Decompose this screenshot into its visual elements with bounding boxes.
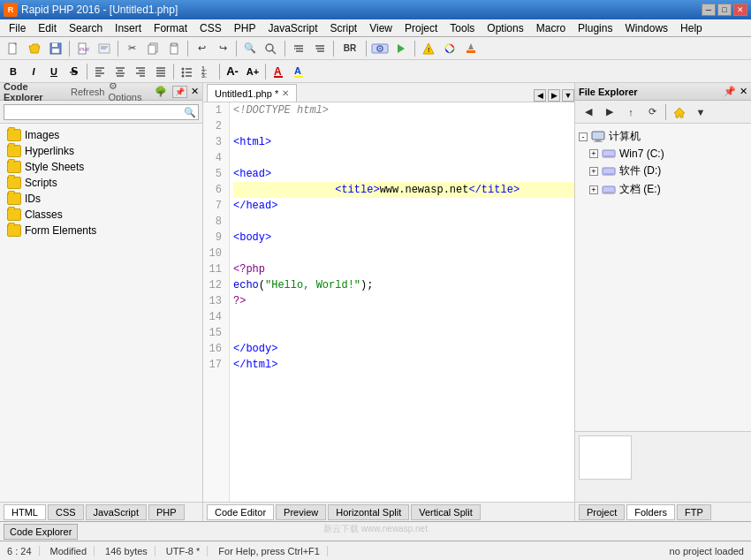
- strikethrough-button[interactable]: S̶: [64, 63, 84, 80]
- validate-button[interactable]: !: [419, 40, 438, 57]
- indent-button[interactable]: [289, 40, 308, 57]
- bold-button[interactable]: B: [4, 63, 23, 80]
- undo-button[interactable]: ↩: [192, 40, 211, 57]
- fe-item-computer[interactable]: - 计算机: [575, 127, 751, 146]
- tab-next-button[interactable]: ▶: [548, 89, 560, 102]
- tree-item-ids[interactable]: IDs: [0, 191, 202, 207]
- editor-tab-preview[interactable]: Preview: [276, 504, 326, 520]
- menu-format[interactable]: Format: [148, 20, 193, 36]
- menu-windows[interactable]: Windows: [619, 20, 673, 36]
- menu-script[interactable]: Script: [325, 20, 363, 36]
- tree-item-style-sheets[interactable]: Style Sheets: [0, 159, 202, 175]
- br-button[interactable]: BR: [338, 40, 362, 57]
- restore-button[interactable]: □: [717, 4, 732, 16]
- fe-tab-folders[interactable]: Folders: [626, 504, 675, 520]
- fe-item-c[interactable]: + Win7 (C:): [575, 146, 751, 162]
- menu-javascript[interactable]: JavaScript: [262, 20, 322, 36]
- redo-button[interactable]: ↪: [213, 40, 232, 57]
- ce-tab-css[interactable]: CSS: [48, 504, 84, 520]
- ul-button[interactable]: [177, 63, 196, 80]
- expand-e[interactable]: +: [589, 185, 598, 194]
- new-button[interactable]: [4, 40, 23, 57]
- fe-pin-button[interactable]: 📌: [724, 86, 736, 97]
- outdent-button[interactable]: [310, 40, 330, 57]
- paste-button[interactable]: [164, 40, 184, 57]
- tree-icon[interactable]: 🌳: [155, 86, 167, 97]
- tree-item-form-elements[interactable]: Form Elements: [0, 223, 202, 238]
- refresh-button[interactable]: Refresh: [71, 87, 105, 97]
- ol-button[interactable]: 1.2.3.: [197, 63, 216, 80]
- expand-computer[interactable]: -: [579, 132, 588, 141]
- ce-tab-javascript[interactable]: JavaScript: [86, 504, 147, 520]
- editor-tab-untitled1[interactable]: Untitled1.php * ✕: [207, 84, 297, 102]
- editor-tab-horizontal-split[interactable]: Horizontal Split: [328, 504, 409, 520]
- open-button[interactable]: [25, 40, 44, 57]
- find-button[interactable]: 🔍: [240, 40, 260, 57]
- menu-file[interactable]: File: [4, 20, 31, 36]
- align-left-button[interactable]: [90, 63, 110, 80]
- menu-plugins[interactable]: Plugins: [573, 20, 618, 36]
- menu-view[interactable]: View: [364, 20, 398, 36]
- fe-up-button[interactable]: ↑: [621, 103, 641, 121]
- tab-prev-button[interactable]: ◀: [534, 89, 546, 102]
- pin-button[interactable]: 📌: [172, 86, 187, 98]
- close-ce-button[interactable]: ✕: [191, 86, 199, 97]
- tree-item-scripts[interactable]: Scripts: [0, 175, 202, 191]
- menu-help[interactable]: Help: [675, 20, 708, 36]
- bottom-tab-code-explorer[interactable]: Code Explorer: [4, 524, 78, 540]
- options-button[interactable]: ⚙ Options: [109, 83, 148, 102]
- increase-font-button[interactable]: A+: [243, 63, 262, 80]
- search-input[interactable]: [6, 107, 196, 117]
- fe-close-button[interactable]: ✕: [740, 86, 747, 97]
- fe-forward-button[interactable]: ▶: [600, 103, 619, 121]
- preview-button[interactable]: [370, 40, 390, 57]
- ce-tab-html[interactable]: HTML: [4, 504, 46, 520]
- fe-home-button[interactable]: [670, 103, 689, 121]
- bg-color-button[interactable]: A: [289, 63, 308, 80]
- underline-button[interactable]: U: [44, 63, 64, 80]
- decrease-font-button[interactable]: A-: [223, 63, 242, 80]
- editor-tab-vertical-split[interactable]: Vertical Split: [411, 504, 481, 520]
- tree-item-hyperlinks[interactable]: Hyperlinks: [0, 143, 202, 159]
- save-button[interactable]: [46, 40, 65, 57]
- tab-list-button[interactable]: ▼: [562, 89, 574, 102]
- fe-back-button[interactable]: ◀: [579, 103, 598, 121]
- menu-php[interactable]: PHP: [229, 20, 262, 36]
- ce-tab-php[interactable]: PHP: [148, 504, 185, 520]
- menu-tools[interactable]: Tools: [444, 20, 480, 36]
- menu-options[interactable]: Options: [482, 20, 528, 36]
- fe-item-e[interactable]: + 文档 (E:): [575, 180, 751, 199]
- expand-d[interactable]: +: [589, 167, 598, 176]
- cut-button[interactable]: ✂: [122, 40, 141, 57]
- copy-button[interactable]: [143, 40, 163, 57]
- editor-tab-close[interactable]: ✕: [282, 88, 289, 98]
- close-button[interactable]: ✕: [733, 4, 747, 16]
- template-button[interactable]: [95, 40, 114, 57]
- run-button[interactable]: [391, 40, 411, 57]
- tree-item-classes[interactable]: Classes: [0, 207, 202, 223]
- fe-item-d[interactable]: + 软件 (D:): [575, 162, 751, 180]
- color-picker-button[interactable]: [461, 40, 481, 57]
- menu-insert[interactable]: Insert: [110, 20, 147, 36]
- font-color-button[interactable]: A: [269, 63, 288, 80]
- new-php-button[interactable]: PHP: [73, 40, 93, 57]
- minimize-button[interactable]: ─: [702, 4, 716, 16]
- menu-project[interactable]: Project: [399, 20, 443, 36]
- align-right-button[interactable]: [131, 63, 150, 80]
- fe-refresh-button[interactable]: ⟳: [642, 103, 662, 121]
- italic-button[interactable]: I: [24, 63, 43, 80]
- menu-macro[interactable]: Macro: [531, 20, 571, 36]
- tree-item-images[interactable]: Images: [0, 127, 202, 143]
- justify-button[interactable]: [151, 63, 171, 80]
- code-content[interactable]: <!DOCTYPE html> <html> <head> <title>www…: [230, 102, 574, 502]
- fe-dropdown-button[interactable]: ▼: [691, 103, 710, 121]
- align-center-button[interactable]: [110, 63, 130, 80]
- menu-edit[interactable]: Edit: [33, 20, 62, 36]
- editor-tab-code-editor[interactable]: Code Editor: [207, 504, 274, 520]
- fe-tab-ftp[interactable]: FTP: [677, 504, 711, 520]
- fe-tab-project[interactable]: Project: [579, 504, 625, 520]
- menu-search[interactable]: Search: [64, 20, 108, 36]
- color-button[interactable]: [440, 40, 459, 57]
- expand-c[interactable]: +: [589, 149, 598, 158]
- menu-css[interactable]: CSS: [194, 20, 227, 36]
